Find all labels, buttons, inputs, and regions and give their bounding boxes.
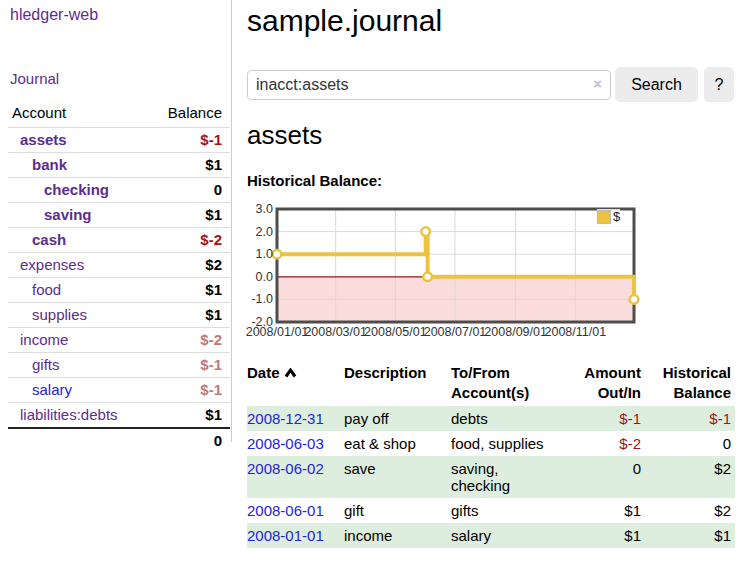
account-row: liabilities:debts$1 [8,403,230,429]
transaction-date-link[interactable]: 2008-06-02 [247,460,324,477]
account-row: checking0 [8,178,230,203]
chart-title: Historical Balance: [247,172,382,189]
register-row: 2008-06-03eat & shopfood, supplies$-20 [247,431,735,456]
register-col-amount: AmountOut/In [564,360,641,406]
register-col-date: Date [247,360,344,406]
clear-search-icon[interactable]: × [593,76,602,92]
transaction-description: gift [344,498,451,523]
account-balance: $-1 [146,378,230,403]
chart-x-tick-label: 2008/03/01 [304,325,367,339]
transaction-description: pay off [344,406,451,431]
account-link[interactable]: salary [32,381,72,398]
account-link[interactable]: checking [44,181,109,198]
account-balance: $-1 [146,128,230,153]
account-link[interactable]: supplies [32,306,87,323]
transaction-date-link[interactable]: 2008-06-01 [247,502,324,519]
page-title: sample.journal [247,1,442,41]
account-link[interactable]: saving [44,206,92,223]
account-balance: 0 [146,178,230,203]
help-button[interactable]: ? [704,67,734,102]
chart-y-tick-label: -2.0 [247,314,273,330]
account-balance: $-2 [146,328,230,353]
account-link[interactable]: bank [32,156,67,173]
accounts-total-row: 0 [8,428,230,453]
account-balance: $1 [146,203,230,228]
register-col-balance: HistoricalBalance [641,360,735,406]
register-row: 2008-01-01incomesalary$1$1 [247,523,735,548]
register-col-accounts: To/FromAccount(s) [451,360,564,406]
register-row: 2008-12-31pay offdebts$-1$-1 [247,406,735,431]
transaction-accounts: food, supplies [451,431,564,456]
chart-x-axis-labels: 2008/01/012008/03/012008/05/012008/07/01… [247,325,687,343]
account-balance: $1 [146,303,230,328]
search-box: × [247,67,611,102]
transaction-balance: $2 [641,498,735,523]
account-link[interactable]: assets [20,131,67,148]
accounts-body: assets$-1bank$1checking0saving$1cash$-2e… [8,128,230,429]
accounts-header-row: Account Balance [8,102,230,128]
accounts-col-account: Account [8,102,146,128]
account-link[interactable]: cash [32,231,66,248]
transaction-date-link[interactable]: 2008-06-03 [247,435,324,452]
account-balance: $-1 [146,353,230,378]
chart-y-tick-label: 3.0 [247,201,273,217]
account-link[interactable]: income [20,331,68,348]
account-row: bank$1 [8,153,230,178]
account-balance: $1 [146,278,230,303]
transaction-date-link[interactable]: 2008-01-01 [247,527,324,544]
transaction-accounts: debts [451,406,564,431]
sidebar: hledger-web Journal Account Balance asse… [0,0,232,442]
transaction-balance: 0 [641,431,735,456]
chart-legend: $ [597,209,620,224]
account-link[interactable]: liabilities:debts [20,406,118,423]
chart-x-tick-label: 2008/07/01 [424,325,487,339]
transaction-date-link[interactable]: 2008-12-31 [247,410,324,427]
account-balance: $1 [146,153,230,178]
search-button[interactable]: Search [615,67,698,102]
sidebar-item-journal[interactable]: Journal [10,70,59,87]
hledger-web-app: hledger-web Journal Account Balance asse… [0,0,742,582]
account-heading: assets [247,120,322,151]
transaction-description: save [344,456,451,498]
transaction-description: income [344,523,451,548]
chart-x-tick-label: 2008/05/01 [364,325,427,339]
transaction-amount: $-1 [564,406,641,431]
chart-x-tick-label: 2008/11/01 [544,325,606,339]
account-link[interactable]: expenses [20,256,84,273]
transaction-description: eat & shop [344,431,451,456]
account-row: expenses$2 [8,253,230,278]
account-link[interactable]: gifts [32,356,60,373]
account-balance: $1 [146,403,230,429]
register-row: 2008-06-01giftgifts$1$2 [247,498,735,523]
transaction-accounts: saving, checking [451,456,564,498]
chart-x-tick-label: 2008/09/01 [484,325,547,339]
account-balance: $2 [146,253,230,278]
chart-y-tick-label: 0.0 [247,269,273,285]
transaction-balance: $-1 [641,406,735,431]
transaction-amount: $1 [564,523,641,548]
transaction-accounts: gifts [451,498,564,523]
transaction-amount: 0 [564,456,641,498]
accounts-total-balance: 0 [146,428,230,453]
account-row: supplies$1 [8,303,230,328]
chart-y-tick-label: 2.0 [247,224,273,240]
chart-y-tick-label: 1.0 [247,246,273,262]
register-table: Date Description To/FromAccount(s) Amoun… [247,360,735,548]
search-input[interactable] [247,70,611,100]
account-row: food$1 [8,278,230,303]
legend-swatch-icon [597,210,611,224]
transaction-balance: $1 [641,523,735,548]
legend-label: $ [613,209,620,224]
register-col-description: Description [344,360,451,406]
brand-link[interactable]: hledger-web [10,6,98,24]
transaction-amount: $-2 [564,431,641,456]
accounts-col-balance: Balance [146,102,230,128]
accounts-table: Account Balance assets$-1bank$1checking0… [8,102,230,453]
account-row: gifts$-1 [8,353,230,378]
account-link[interactable]: food [32,281,61,298]
transaction-balance: $2 [641,456,735,498]
account-row: cash$-2 [8,228,230,253]
chart-y-tick-label: -1.0 [247,291,273,307]
account-row: salary$-1 [8,378,230,403]
historical-balance-chart: 2008/01/012008/03/012008/05/012008/07/01… [247,201,687,351]
